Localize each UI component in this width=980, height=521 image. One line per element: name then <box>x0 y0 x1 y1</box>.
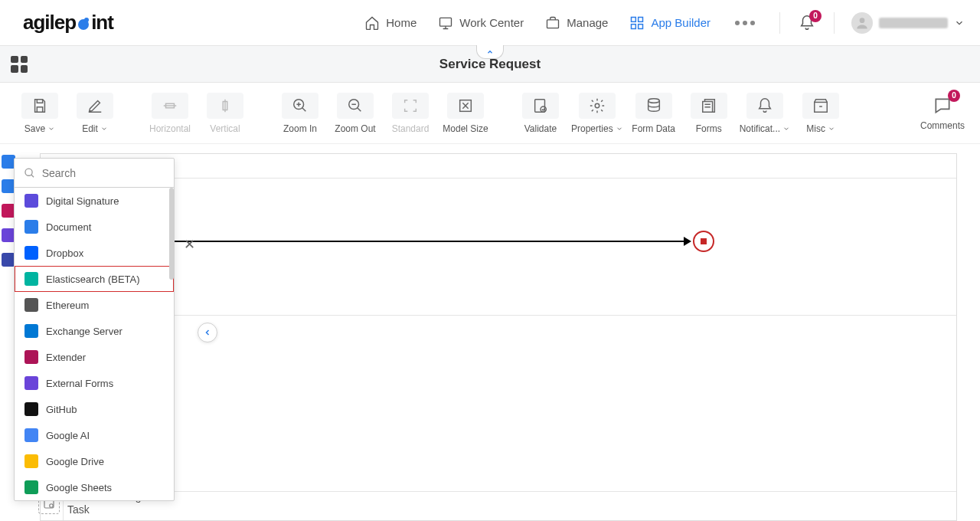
apps-grid-button[interactable] <box>11 56 28 73</box>
apps-icon <box>629 15 645 31</box>
popup-item[interactable]: External Forms <box>15 370 174 396</box>
chevron-down-icon <box>954 18 965 28</box>
misc-button[interactable]: Misc <box>796 93 845 134</box>
popup-item[interactable]: Google Drive <box>15 448 174 474</box>
popup-item-label: Exchange Server <box>46 326 122 337</box>
nav-work-center[interactable]: Work Center <box>438 15 524 31</box>
collapse-panel-button[interactable] <box>198 323 217 342</box>
popup-item[interactable]: Ethereum <box>15 292 174 318</box>
align-horizontal-icon <box>162 97 178 114</box>
properties-button[interactable]: Properties <box>571 93 623 134</box>
popup-item[interactable]: Elasticsearch (BETA) <box>15 266 174 292</box>
more-menu[interactable] <box>735 21 755 25</box>
svg-rect-20 <box>815 102 828 112</box>
briefcase-icon <box>545 15 560 31</box>
nav-manage[interactable]: Manage <box>545 15 608 31</box>
nav-home[interactable]: Home <box>364 15 416 31</box>
gear-icon <box>589 97 606 114</box>
nav-app-builder[interactable]: App Builder <box>629 15 710 31</box>
chevron-up-icon <box>485 48 495 56</box>
database-icon <box>645 97 662 114</box>
integration-icon <box>24 194 38 208</box>
brand-text-a: agilep <box>23 11 76 34</box>
notif-badge: 0 <box>809 10 822 22</box>
svg-point-21 <box>25 169 32 175</box>
model-size-button[interactable]: Model Size <box>441 93 490 134</box>
popup-item[interactable]: Extender <box>15 344 174 370</box>
validate-icon <box>532 97 549 114</box>
form-data-button[interactable]: Form Data <box>629 93 678 134</box>
popup-item[interactable]: Google Sheets <box>15 474 174 500</box>
align-horizontal-button[interactable]: Horizontal <box>145 93 194 134</box>
popup-item-label: GitHub <box>46 404 77 415</box>
canvas-title: Service Request <box>41 154 956 179</box>
svg-point-17 <box>648 98 659 103</box>
svg-rect-3 <box>547 19 559 28</box>
integration-icon <box>24 454 38 468</box>
svg-rect-5 <box>639 17 643 21</box>
end-node[interactable] <box>693 231 714 252</box>
lane-divider <box>64 315 956 316</box>
chevron-down-icon <box>100 125 108 133</box>
zoom-in-button[interactable]: Zoom In <box>276 93 325 134</box>
validate-button[interactable]: Validate <box>516 93 565 134</box>
nav-app-builder-label: App Builder <box>651 16 710 29</box>
edit-button[interactable]: Edit <box>70 93 119 134</box>
svg-rect-2 <box>440 18 452 26</box>
chevron-down-icon <box>782 125 790 133</box>
search-icon <box>24 166 36 180</box>
notifications-button[interactable]: 0 <box>799 15 815 31</box>
close-icon[interactable]: ✕ <box>184 236 195 253</box>
chevron-down-icon <box>828 125 835 133</box>
integration-icon <box>24 220 38 234</box>
divider <box>779 12 780 34</box>
popup-item-label: Digital Signature <box>46 195 119 207</box>
chevron-down-icon <box>616 125 623 133</box>
monitor-icon <box>438 15 453 31</box>
popup-item[interactable]: Google AI <box>15 422 174 448</box>
chevron-left-icon <box>203 328 212 337</box>
zoom-standard-button[interactable]: Standard <box>386 93 435 134</box>
popup-item[interactable]: Digital Signature <box>15 188 174 214</box>
integration-icon <box>24 298 38 312</box>
brand-text-b: int <box>91 11 113 34</box>
popup-item[interactable]: Exchange Server <box>15 318 174 344</box>
expand-icon <box>457 97 474 114</box>
divider <box>834 12 835 34</box>
svg-rect-7 <box>639 24 643 28</box>
zoom-out-button[interactable]: Zoom Out <box>331 93 380 134</box>
collapse-header-button[interactable] <box>476 45 504 59</box>
notifications-tool-button[interactable]: Notificat... <box>740 93 790 134</box>
avatar-icon <box>851 12 873 34</box>
topnav: agilepint Home Work Center Manage App Bu… <box>0 0 980 46</box>
search-row <box>15 159 174 188</box>
search-input[interactable] <box>42 167 165 179</box>
arrowhead-icon <box>684 237 691 246</box>
integration-icon <box>24 376 38 390</box>
popup-item[interactable]: GitHub <box>15 396 174 422</box>
forms-button[interactable]: Forms <box>684 93 733 134</box>
popup-item-label: Extender <box>46 352 86 363</box>
nav-home-label: Home <box>386 16 416 29</box>
popup-item-label: Google Sheets <box>46 482 112 493</box>
popup-item-label: Google Drive <box>46 456 104 467</box>
scrollbar[interactable] <box>169 188 174 280</box>
comments-button[interactable]: 0 Comments <box>920 96 965 131</box>
zoom-out-icon <box>347 97 364 114</box>
forms-icon <box>701 97 717 114</box>
bell-icon <box>756 97 773 114</box>
process-canvas[interactable]: Service Request Lane1 Lane2 <box>40 153 957 521</box>
popup-item[interactable]: Document <box>15 214 174 240</box>
svg-rect-4 <box>632 17 636 21</box>
svg-rect-6 <box>632 24 636 28</box>
align-vertical-button[interactable]: Vertical <box>201 93 250 134</box>
align-vertical-icon <box>217 97 234 114</box>
user-menu[interactable] <box>851 12 965 34</box>
svg-point-1 <box>84 18 89 22</box>
save-button[interactable]: Save <box>15 93 64 134</box>
popup-item-label: Google AI <box>46 430 90 441</box>
popup-item-label: Document <box>46 221 91 233</box>
comments-badge: 0 <box>948 90 960 102</box>
toolbar: Save Edit Horizontal Vertical Zoom In Zo… <box>0 83 980 144</box>
popup-item[interactable]: Dropbox <box>15 240 174 266</box>
